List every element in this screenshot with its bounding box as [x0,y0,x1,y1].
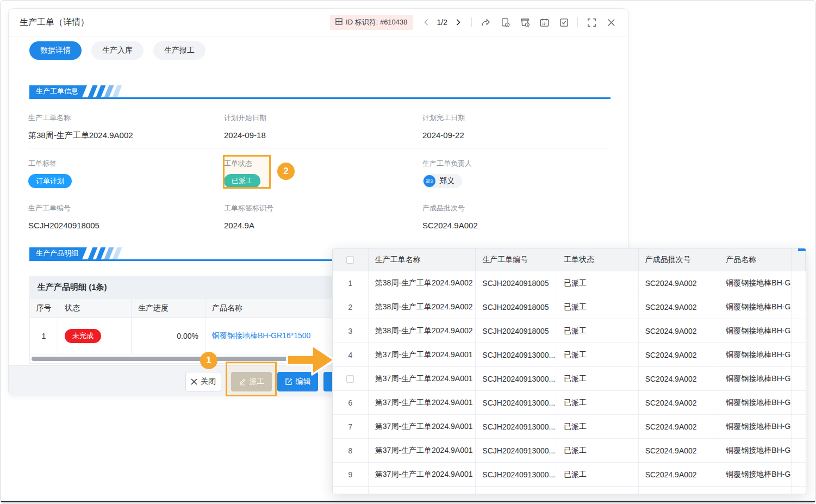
dispatch-button[interactable]: 派工 [231,372,272,391]
cell-code: SCJH20240913000... [476,343,557,366]
section-header-work-order-info: 生产工单信息 [29,85,611,99]
cell-status: 已派工 [557,463,639,486]
close-icon[interactable] [605,16,617,28]
cell-batch: SC2024.9A002 [639,415,720,438]
field-work-order-name: 生产工单名称 第38周-生产工单2024.9A002 [28,113,213,141]
cell-name: 第37周-生产工单2024.9A001 [369,415,476,438]
field-plan-start-date: 计划开始日期 2024-09-18 [224,113,409,140]
table-row[interactable]: 8第37周-生产工单2024.9A001SCJH20240913000...已派… [333,439,806,463]
table-row-partial [333,487,806,494]
field-owner: 生产工单负责人 郑义 郑义 [422,159,607,188]
field-label: 工单状态 [224,159,409,169]
table-row[interactable]: 第37周-生产工单2024.9A001SCJH20240913000...已派工… [333,367,806,391]
next-page-button[interactable] [452,16,464,28]
cell-name: 第37周-生产工单2024.9A001 [369,439,476,462]
check-square-icon[interactable] [558,16,570,28]
column-header-seq: 序号 [30,299,58,318]
scrollbar-indicator [798,248,806,251]
owner-name: 郑义 [439,176,454,186]
cell-name: 第37周-生产工单2024.9A001 [369,343,476,366]
field-value: 2024.9A [224,221,409,230]
tab-production-inbound[interactable]: 生产入库 [91,41,144,60]
cell-status: 已派工 [557,439,639,462]
cell-product: 铜覆钢接地棒BH-G... [719,463,792,486]
field-label: 生产工单负责人 [422,159,607,169]
table-row[interactable]: 6第37周-生产工单2024.9A001SCJH20240913000...已派… [333,391,806,415]
cell-spacer [792,319,806,343]
annotation-step-1: 1 [200,352,217,369]
cell-spacer [792,343,806,366]
header-checkbox-cell [333,248,369,271]
cell-seq: 2 [333,295,369,319]
cell-batch: SC2024.9A002 [639,367,720,390]
cell-name: 第38周-生产工单2024.9A002 [369,319,476,343]
dialog-header-actions: ID 标识符: #610438 1/2 [330,15,617,30]
tab-bar: 数据详情 生产入库 生产报工 [29,41,205,60]
share-icon[interactable] [479,16,491,28]
table-row[interactable]: 9第37周-生产工单2024.9A001SCJH20240913000...已派… [333,463,806,487]
cell-name: 第38周-生产工单2024.9A002 [369,295,476,319]
field-value: 2024-09-22 [422,130,607,140]
cell-code: SCJH20240913000... [476,391,557,414]
cell-name: 第37周-生产工单2024.9A001 [369,463,476,486]
cell-batch: SC2024.9A002 [639,271,720,295]
cell-batch: SC2024.9A002 [639,319,720,343]
tab-data-detail[interactable]: 数据详情 [29,41,82,60]
field-label: 产成品批次号 [422,203,607,213]
cell-batch: SC2024.9A002 [639,439,720,462]
cell-empty [333,487,369,494]
cell-code: SCJH20240913000... [476,463,557,486]
fullscreen-icon[interactable] [585,16,597,28]
cell-code: SCJH20240913000... [476,367,557,390]
table-row[interactable]: 4第37周-生产工单2024.9A001SCJH20240913000...已派… [333,343,806,367]
field-label: 工单标签标识号 [224,203,409,213]
document-check-icon[interactable] [499,16,511,28]
cell-product: 铜覆钢接地棒BH-G... [719,391,792,414]
divider [577,17,578,27]
cell-status: 已派工 [557,319,639,343]
status-badge-incomplete: 未完成 [65,329,101,343]
cell-batch: SC2024.9A002 [639,295,720,319]
cell-product: 铜覆钢接地棒BH-G... [719,367,792,390]
table-row[interactable]: 1第38周-生产工单2024.9A002SCJH20240918005已派工SC… [333,271,806,295]
annotation-arrow-right [286,342,336,380]
work-order-picker-table: 生产工单名称 生产工单编号 工单状态 产成品批次号 产品名称 1第38周-生产工… [332,248,806,494]
field-label: 工单标签 [28,159,213,169]
row-checkbox[interactable] [346,375,354,383]
picker-table-body: 1第38周-生产工单2024.9A002SCJH20240918005已派工SC… [333,271,806,494]
cell-seq: 9 [333,463,369,486]
window-bottom-edge [1,501,815,502]
cell-spacer [792,415,806,438]
close-x-icon [191,378,197,385]
cell-product: 铜覆钢接地棒BH-G... [719,343,792,366]
select-all-checkbox[interactable] [346,256,354,264]
cell-status: 已派工 [557,391,639,414]
cell-empty [792,487,806,494]
table-row[interactable]: 7第37周-生产工单2024.9A001SCJH20240913000...已派… [333,415,806,439]
document-clock-icon[interactable] [519,16,531,28]
cell-product: 铜覆钢接地棒BH-G... [719,271,792,295]
product-link[interactable]: 铜覆钢接地棒BH-GR16*1500 [212,331,310,341]
field-value: SCJH20240918005 [28,221,213,230]
cell-spacer [792,295,806,319]
tab-production-report[interactable]: 生产报工 [153,41,205,60]
cell-seq: 1 [30,318,58,354]
cell-name: 第37周-生产工单2024.9A001 [369,391,476,414]
cell-spacer [792,367,806,390]
prev-page-button[interactable] [421,16,433,28]
cell-code: SCJH20240913000... [476,415,557,438]
order-tag-pill: 订单计划 [28,174,72,188]
calendar-icon[interactable] [538,16,550,28]
table-row[interactable]: 2第38周-生产工单2024.9A002SCJH20240918005已派工SC… [333,295,806,319]
field-work-order-code: 生产工单编号 SCJH20240918005 [28,203,213,230]
id-badge: ID 标识符: #610438 [330,15,413,30]
table-row[interactable]: 3第38周-生产工单2024.9A002SCJH20240918005已派工SC… [333,319,806,343]
close-button[interactable]: 关闭 [185,372,221,391]
cell-progress: 0.00% [132,318,205,354]
dialog-title: 生产工单（详情） [20,17,89,28]
cell-status: 已派工 [557,415,639,438]
column-header-batch: 产成品批次号 [639,248,720,271]
cell-seq: 3 [333,319,369,343]
row-checkbox-cell [333,367,369,390]
header-spacer-cell [792,248,806,271]
